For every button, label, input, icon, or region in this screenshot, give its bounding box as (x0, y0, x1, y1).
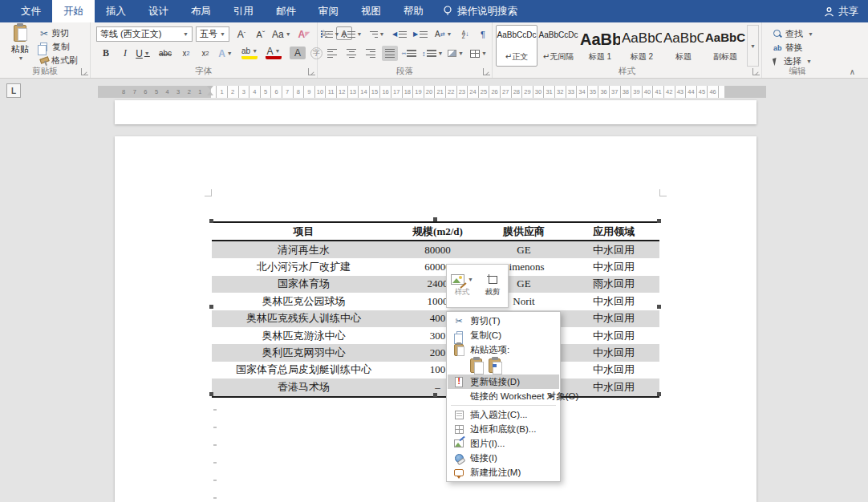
menu-item-insert-caption[interactable]: 插入题注(C)... (448, 407, 559, 422)
increase-indent-button[interactable]: ▶ (412, 26, 428, 42)
selection-handle[interactable] (209, 392, 213, 396)
change-case-button[interactable]: Aa▼ (272, 26, 291, 42)
underline-button[interactable]: U▼ (135, 46, 151, 61)
horizontal-ruler[interactable]: 8765432112345678910111213141516171819202… (98, 86, 766, 98)
font-size-combo[interactable]: 五号▼ (196, 26, 229, 42)
font-dialog-launcher[interactable] (308, 68, 315, 75)
comment-icon (453, 467, 464, 478)
align-right-button[interactable] (363, 46, 379, 61)
font-color-button[interactable]: A▼ (266, 46, 282, 59)
style-chip-1[interactable]: AaBbCcDc↵无间隔 (537, 25, 579, 67)
selection-handle[interactable] (657, 219, 661, 223)
table-row[interactable]: 国家体育场2400GE雨水回用 (212, 276, 659, 293)
table-row[interactable]: 北小河污水厂改扩建60000Simenons中水回用 (212, 258, 659, 275)
distribute-button[interactable]: ⇿ (401, 46, 417, 61)
line-spacing-button[interactable]: ↕▼ (422, 46, 443, 61)
style-chip-4[interactable]: AaBbC标题 (663, 25, 704, 67)
menu-item-copy[interactable]: 复制(C) (448, 328, 559, 342)
tab-5[interactable]: 引用 (222, 0, 265, 22)
font-name-combo[interactable]: 等线 (西文正文)▼ (96, 26, 193, 42)
grow-font-button[interactable]: Aˆ (233, 26, 249, 42)
menu-item-link[interactable]: 链接(I) (448, 451, 559, 465)
clear-formatting-button[interactable]: A◤ (296, 26, 312, 42)
table-row[interactable]: 奥林匹克残疾人训练中心400中水回用 (212, 310, 659, 327)
tab-8[interactable]: 视图 (350, 0, 392, 22)
selection-handle[interactable] (433, 217, 437, 221)
character-shading-button[interactable]: A (290, 47, 306, 59)
selection-handle[interactable] (433, 393, 437, 397)
menu-item-paste-options[interactable]: 粘贴选项: (448, 342, 559, 357)
style-chip-5[interactable]: AaBbC副标题 (704, 25, 746, 67)
paste-keep-formatting-icon[interactable] (470, 358, 482, 373)
empty-paragraph-mark (213, 480, 217, 481)
selection-handle[interactable] (209, 305, 213, 309)
table-row[interactable]: 奥林匹克游泳中心300中水回用 (212, 327, 659, 344)
crop-button[interactable]: 裁剪 (477, 265, 508, 307)
tab-7[interactable]: 审阅 (307, 0, 350, 22)
tell-me-box[interactable]: 操作说明搜索 (435, 0, 525, 22)
collapse-ribbon-button[interactable]: ∧ (850, 67, 855, 76)
table-row[interactable]: 奥林匹克公园球场1000Norit中水回用 (212, 293, 659, 310)
tab-1[interactable]: 开始 (52, 0, 95, 22)
text-effects-button[interactable]: A▼ (217, 46, 233, 61)
document-canvas[interactable]: 项目规模(m2/d)膜供应商应用领域清河再生水80000GE中水回用北小河污水厂… (0, 100, 868, 502)
menu-item-update-link[interactable]: 更新链接(D) (448, 374, 559, 389)
tab-0[interactable]: 文件 (10, 0, 52, 22)
justify-button[interactable] (382, 46, 398, 61)
align-center-button[interactable] (343, 46, 359, 61)
menu-item-borders-shading[interactable]: 边框和底纹(B)... (448, 422, 559, 436)
shrink-font-button[interactable]: Aˇ (253, 26, 269, 42)
bullets-button[interactable]: ▼ (324, 26, 340, 42)
multilevel-list-button[interactable]: ▼ (369, 26, 385, 42)
cut-button[interactable]: ✂剪切 (40, 26, 78, 40)
page-current[interactable]: 项目规模(m2/d)膜供应商应用领域清河再生水80000GE中水回用北小河污水厂… (115, 136, 756, 502)
numbering-button[interactable]: ▼ (347, 26, 363, 42)
tab-3[interactable]: 设计 (137, 0, 180, 22)
table-row[interactable]: 奥利匹克网羽中心200中水回用 (212, 344, 659, 361)
paste-button[interactable]: 粘贴 ▼ (6, 25, 34, 61)
highlight-color-button[interactable]: ab▼ (241, 46, 258, 59)
menu-item-new-comment[interactable]: 新建批注(M) (448, 465, 559, 480)
asian-layout-button[interactable]: A⇄▼ (435, 26, 452, 42)
subscript-button[interactable]: x2 (178, 46, 194, 61)
page-previous-bottom[interactable] (115, 100, 756, 124)
decrease-indent-button[interactable]: ◀ (391, 26, 408, 42)
paste-link-icon[interactable] (489, 358, 501, 373)
menu-item-cut[interactable]: ✂剪切(T) (448, 314, 559, 328)
selection-handle[interactable] (657, 305, 661, 309)
styles-more-button[interactable]: ▼ (747, 25, 759, 67)
shading-button[interactable]: ▼ (448, 46, 464, 61)
style-chip-3[interactable]: AaBbC标题 2 (621, 25, 663, 67)
superscript-button[interactable]: x2 (197, 46, 213, 61)
tab-4[interactable]: 布局 (180, 0, 222, 22)
table-row[interactable]: 清河再生水80000GE中水回用 (212, 241, 659, 258)
tab-9[interactable]: 帮助 (392, 0, 435, 22)
align-left-button[interactable] (324, 46, 340, 61)
find-button[interactable]: 查找▼ (773, 27, 813, 41)
linked-worksheet-table[interactable]: 项目规模(m2/d)膜供应商应用领域清河再生水80000GE中水回用北小河污水厂… (212, 221, 659, 398)
picture-styles-button[interactable]: ▼ 样式 (447, 265, 477, 307)
clipboard-dialog-launcher[interactable] (81, 68, 88, 75)
menu-item-linked-worksheet-object[interactable]: 链接的 Worksheet 对象(O)▶ (448, 389, 559, 403)
selection-handle[interactable] (209, 219, 213, 223)
tab-stop-selector[interactable]: L (6, 83, 21, 98)
show-hide-marks-button[interactable]: ¶ (475, 26, 491, 42)
tab-2[interactable]: 插入 (95, 0, 137, 22)
table-row[interactable]: 国家体育总局皮划艇训练中心100中水回用 (212, 362, 659, 379)
align-right-icon (366, 47, 375, 59)
share-button[interactable]: 共享 (824, 0, 858, 22)
copy-button[interactable]: 复制 (40, 40, 78, 54)
style-chip-0[interactable]: AaBbCcDc↵正文 (496, 25, 537, 67)
selection-handle[interactable] (657, 392, 661, 396)
italic-button[interactable]: I (117, 46, 133, 61)
tab-6[interactable]: 邮件 (265, 0, 307, 22)
styles-dialog-launcher[interactable] (752, 68, 760, 75)
style-chip-2[interactable]: AaBb标题 1 (579, 25, 621, 67)
sort-button[interactable]: AZ↓ (457, 26, 473, 42)
borders-button[interactable]: ▼ (470, 46, 487, 61)
bold-button[interactable]: B (98, 46, 114, 61)
menu-item-picture[interactable]: 图片(I)... (448, 436, 559, 451)
replace-button[interactable]: ab替换 (773, 41, 813, 55)
paragraph-dialog-launcher[interactable] (483, 68, 490, 75)
strikethrough-button[interactable]: abc (157, 46, 173, 61)
